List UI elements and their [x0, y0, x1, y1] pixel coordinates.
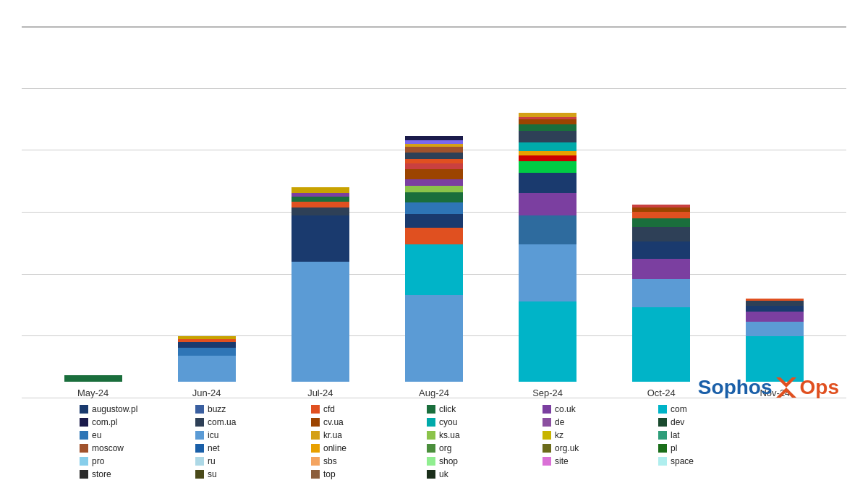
- legend-item: online: [311, 443, 427, 453]
- bar-segment: [519, 215, 576, 244]
- legend-label: com.ua: [208, 417, 236, 427]
- bar-segment: [632, 212, 690, 219]
- legend-item: eu: [80, 430, 195, 440]
- bar-segment: [632, 241, 690, 259]
- x-axis-label: Aug-24: [419, 388, 449, 398]
- legend-label: shop: [439, 456, 458, 466]
- legend-item: top: [311, 469, 427, 479]
- x-axis-label: Oct-24: [647, 388, 676, 398]
- legend-row: euicukr.uaks.uakzlat: [80, 430, 839, 442]
- bar-segment: [292, 215, 349, 261]
- legend-swatch: [427, 431, 435, 440]
- legend-label: co.uk: [555, 404, 576, 414]
- legend-item: shop: [427, 456, 542, 466]
- bar-group: Oct-24: [632, 205, 690, 398]
- bar-segment: [519, 124, 576, 132]
- bar-segment: [405, 192, 463, 202]
- bar-stack: [178, 336, 236, 382]
- legend-label: sbs: [323, 456, 337, 466]
- legend-item: dev: [658, 417, 774, 427]
- legend-label: ks.ua: [439, 430, 460, 440]
- bar-stack: [746, 299, 804, 382]
- legend-label: dev: [671, 417, 684, 427]
- legend-label: su: [208, 469, 217, 479]
- legend-label: moscow: [92, 443, 124, 453]
- legend-row: augustow.plbuzzcfdclickco.ukcom: [80, 404, 839, 416]
- bar-segment: [405, 228, 463, 244]
- legend-label: click: [439, 404, 456, 414]
- legend-swatch: [195, 444, 204, 453]
- legend-item: ru: [195, 456, 311, 466]
- sophos-logo: Sophos Ops: [698, 374, 839, 401]
- legend-label: icu: [208, 430, 218, 440]
- legend-swatch: [427, 444, 435, 453]
- bar-segment: [519, 142, 576, 151]
- legend-label: cv.ua: [323, 417, 344, 427]
- legend-label: eu: [92, 430, 101, 440]
- legend-label: ru: [208, 456, 216, 466]
- legend-item: space: [658, 456, 774, 466]
- bar-segment: [178, 356, 236, 382]
- legend-swatch: [80, 444, 88, 453]
- x-ops-icon: [773, 374, 800, 401]
- legend-item: com: [658, 404, 774, 414]
- grid-and-bars: May-24Jun-24Jul-24Aug-24Sep-24Oct-24Nov-…: [22, 26, 846, 398]
- bar-segment: [632, 218, 690, 227]
- bar-segment: [178, 348, 236, 356]
- legend-label: store: [92, 469, 111, 479]
- legend-item: click: [427, 404, 542, 414]
- bar-segment: [632, 307, 690, 382]
- legend-item: de: [542, 417, 658, 427]
- legend-label: buzz: [208, 404, 226, 414]
- legend-label: org: [439, 443, 451, 453]
- legend-label: site: [555, 456, 569, 466]
- bar-segment: [519, 244, 576, 301]
- bar-segment: [292, 202, 349, 207]
- bar-segment: [405, 244, 463, 295]
- legend-item: site: [542, 456, 658, 466]
- bar-segment: [519, 131, 576, 142]
- legend-label: net: [208, 443, 220, 453]
- legend-item: su: [195, 469, 311, 479]
- x-axis-label: Sep-24: [532, 388, 563, 398]
- bar-segment: [405, 186, 463, 192]
- legend-label: space: [671, 456, 694, 466]
- legend-item: kz: [542, 430, 658, 440]
- legend-swatch: [311, 470, 320, 479]
- svg-marker-0: [776, 377, 796, 398]
- bar-group: May-24: [64, 375, 122, 399]
- legend-swatch: [195, 470, 204, 479]
- legend-swatch: [542, 457, 551, 466]
- bar-group: Jul-24: [292, 187, 349, 398]
- bar-segment: [519, 161, 576, 173]
- legend-item: kr.ua: [311, 430, 427, 440]
- legend-item: pro: [80, 456, 195, 466]
- legend-label: org.uk: [555, 443, 579, 453]
- bar-segment: [519, 173, 576, 193]
- x-ops-text: Ops: [800, 376, 839, 399]
- bar-segment: [405, 163, 463, 169]
- bar-group: Jun-24: [178, 336, 236, 398]
- legend-label: top: [323, 469, 336, 479]
- legend-label: uk: [439, 469, 448, 479]
- legend-swatch: [80, 418, 88, 427]
- bar-segment: [632, 227, 690, 241]
- legend-swatch: [195, 431, 204, 440]
- bar-segment: [405, 214, 463, 228]
- bar-group: Sep-24: [519, 113, 576, 398]
- legend-swatch: [311, 444, 320, 453]
- legend-label: online: [323, 443, 346, 453]
- bar-segment: [519, 193, 576, 216]
- legend-swatch: [195, 418, 204, 427]
- legend-swatch: [658, 457, 667, 466]
- legend-label: kz: [555, 430, 563, 440]
- legend-swatch: [311, 431, 320, 440]
- legend-swatch: [311, 418, 320, 427]
- legend-swatch: [195, 457, 204, 466]
- legend-section: augustow.plbuzzcfdclickco.ukcomcom.plcom…: [22, 398, 846, 481]
- bar-segment: [292, 207, 349, 216]
- legend-item: sbs: [311, 456, 427, 466]
- bar-segment: [405, 169, 463, 179]
- bar-segment: [519, 155, 576, 161]
- legend-swatch: [658, 405, 667, 414]
